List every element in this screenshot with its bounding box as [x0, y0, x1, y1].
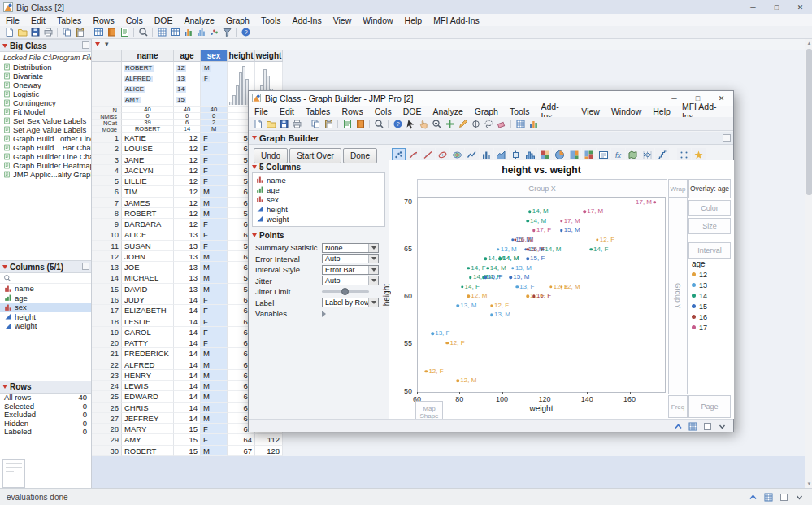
print-icon[interactable]: [41, 26, 54, 38]
sidebar-script-item[interactable]: Contingency: [0, 98, 91, 107]
copy-icon[interactable]: [309, 118, 322, 130]
legend-item-17[interactable]: 17: [690, 322, 734, 333]
sidebar-column-sex[interactable]: sex: [0, 303, 91, 312]
red-triangle-icon[interactable]: [252, 233, 257, 237]
interval-zone[interactable]: Interval: [688, 242, 731, 259]
panel-pin-icon[interactable]: [82, 41, 89, 49]
error-interval-select[interactable]: Auto: [322, 254, 379, 263]
row-number[interactable]: 17: [92, 305, 122, 316]
cell-age[interactable]: 12: [174, 155, 201, 165]
cell-sex[interactable]: M: [201, 391, 228, 402]
menu-rows[interactable]: Rows: [336, 106, 368, 118]
scatter-point[interactable]: [469, 276, 472, 279]
scroll-up-icon[interactable]: ▲: [805, 39, 812, 47]
cell-name[interactable]: MICHAEL: [122, 272, 174, 283]
chevron-down-icon[interactable]: [368, 266, 378, 274]
red-triangle-icon[interactable]: [2, 385, 7, 389]
cell-weight[interactable]: 112: [255, 434, 283, 445]
sidebar-column-height[interactable]: height: [0, 312, 91, 322]
cell-sex[interactable]: M: [201, 413, 228, 424]
cell-sex[interactable]: F: [201, 176, 228, 186]
cell-age[interactable]: 14: [174, 316, 201, 327]
gb-column-sex[interactable]: sex: [253, 194, 384, 204]
cell-age[interactable]: 12: [174, 219, 201, 229]
cell-age[interactable]: 14: [174, 348, 201, 359]
cell-name[interactable]: BARBARA: [122, 219, 174, 229]
arrow-icon[interactable]: [404, 118, 417, 130]
cell-name[interactable]: HENRY: [122, 370, 174, 381]
cell-age[interactable]: 13: [174, 251, 201, 262]
cell-name[interactable]: EDWARD: [122, 391, 174, 402]
cell-sex[interactable]: M: [201, 348, 228, 359]
cell-sex[interactable]: F: [201, 219, 228, 229]
menu-tables[interactable]: Tables: [300, 106, 336, 118]
cell-sex[interactable]: M: [201, 208, 228, 219]
menu-help[interactable]: Help: [647, 106, 676, 118]
scatter-point[interactable]: [484, 276, 487, 279]
gridsm-icon[interactable]: [686, 420, 699, 433]
cell-sex[interactable]: F: [201, 424, 228, 434]
cell-age[interactable]: 13: [174, 229, 201, 240]
scatter-point[interactable]: [457, 304, 460, 307]
cell-age[interactable]: 14: [174, 391, 201, 402]
legend-item-14[interactable]: 14: [690, 290, 734, 301]
cell-age[interactable]: 12: [174, 133, 201, 143]
help-icon[interactable]: ?: [391, 118, 404, 130]
chartbar-icon[interactable]: [181, 26, 194, 38]
cell-name[interactable]: DAVID: [122, 284, 174, 294]
cell-sex[interactable]: M: [201, 251, 228, 262]
sidebar-script-item[interactable]: Set Age Value Labels: [0, 125, 91, 134]
row-number[interactable]: 3: [92, 155, 122, 165]
points-panel-header[interactable]: Points: [252, 230, 284, 241]
magnifier-icon[interactable]: [372, 118, 385, 130]
menu-graph[interactable]: Graph: [469, 106, 504, 118]
cell-name[interactable]: ELIZABETH: [122, 305, 174, 316]
sidebar-script-item[interactable]: Set Sex Value Labels: [0, 116, 91, 125]
cell-sex[interactable]: F: [201, 337, 228, 348]
menu-mfi-add-ins[interactable]: MFI Add-Ins: [676, 106, 733, 118]
sidebar-script-item[interactable]: Graph Build...other Line: [0, 134, 91, 143]
scatter-point[interactable]: [510, 276, 513, 279]
cell-age[interactable]: 14: [174, 359, 201, 370]
row-number[interactable]: 19: [92, 327, 122, 337]
cell-age[interactable]: 15: [174, 434, 201, 445]
sidebar-script-item[interactable]: Graph Builder Heatmap: [0, 161, 91, 170]
scatter-point[interactable]: [526, 248, 529, 251]
sidebar-script-item[interactable]: Bivariate: [0, 72, 91, 81]
new-icon[interactable]: [251, 118, 264, 130]
menu-rows[interactable]: Rows: [87, 14, 119, 26]
cell-name[interactable]: LESLIE: [122, 316, 174, 327]
cell-sex[interactable]: F: [201, 316, 228, 327]
script-icon[interactable]: [341, 118, 354, 130]
row-number[interactable]: 16: [92, 294, 122, 305]
cell-age[interactable]: 15: [174, 424, 201, 434]
freq-zone[interactable]: Freq: [668, 395, 688, 418]
menu-help[interactable]: Help: [399, 14, 428, 26]
cell-age[interactable]: 14: [174, 337, 201, 348]
menu-cols[interactable]: Cols: [120, 14, 149, 26]
group-x-zone[interactable]: Group X: [417, 179, 667, 198]
scatter-point[interactable]: [515, 285, 519, 289]
sidebar-column-name[interactable]: name: [0, 284, 91, 294]
cell-name[interactable]: JUDY: [122, 294, 174, 305]
menu-file[interactable]: File: [0, 14, 25, 26]
scatter-point[interactable]: [560, 229, 563, 233]
table-corner-cell[interactable]: [92, 50, 122, 62]
new-icon[interactable]: [2, 26, 15, 38]
checkbox-icon[interactable]: [777, 491, 790, 503]
eraser-icon[interactable]: [495, 118, 508, 130]
group-y-zone[interactable]: Group Y: [668, 197, 688, 394]
menu-window[interactable]: Window: [606, 106, 647, 118]
row-number[interactable]: 13: [92, 262, 122, 272]
cell-sex[interactable]: F: [201, 133, 228, 143]
gb-column-weight[interactable]: weight: [253, 214, 384, 224]
menu-view[interactable]: View: [328, 14, 358, 26]
save-icon[interactable]: [277, 118, 290, 130]
cell-age[interactable]: 14: [174, 294, 201, 305]
row-number[interactable]: 11: [92, 241, 122, 251]
menu-tools[interactable]: Tools: [504, 106, 536, 118]
cell-sex[interactable]: M: [201, 284, 228, 294]
cell-sex[interactable]: F: [201, 241, 228, 251]
gridsm-icon[interactable]: [155, 26, 168, 38]
row-number[interactable]: 2: [92, 143, 122, 154]
